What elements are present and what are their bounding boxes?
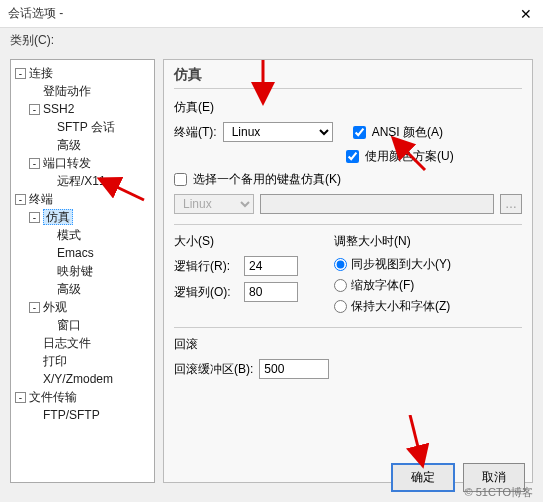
ansi-color-label: ANSI 颜色(A) xyxy=(372,124,443,141)
resize-keep-radio[interactable] xyxy=(334,300,347,313)
tree-portfwd[interactable]: 端口转发 xyxy=(43,156,91,170)
cols-label: 逻辑列(O): xyxy=(174,284,238,301)
tree-appearance[interactable]: 外观 xyxy=(43,300,67,314)
resize-sync-radio[interactable] xyxy=(334,258,347,271)
tree-toggle[interactable]: - xyxy=(15,68,26,79)
scrollback-input[interactable] xyxy=(259,359,329,379)
tree-toggle[interactable]: - xyxy=(15,194,26,205)
rows-input[interactable] xyxy=(244,256,298,276)
category-tree[interactable]: -连接 登陆动作 -SSH2 SFTP 会话 高级 -端口转发 远程/X11 -… xyxy=(10,59,155,483)
backup-kb-label: 选择一个备用的键盘仿真(K) xyxy=(193,171,341,188)
main-panel: 仿真 仿真(E) 终端(T): Linux ANSI 颜色(A) 使用颜色方案(… xyxy=(163,59,533,483)
terminal-label: 终端(T): xyxy=(174,124,217,141)
scrollback-label: 回滚缓冲区(B): xyxy=(174,361,253,378)
cols-input[interactable] xyxy=(244,282,298,302)
resize-opt2: 缩放字体(F) xyxy=(351,277,414,294)
tree-toggle[interactable]: - xyxy=(29,302,40,313)
use-scheme-label: 使用颜色方案(U) xyxy=(365,148,454,165)
category-label: 类别(C): xyxy=(0,28,543,51)
tree-adv1[interactable]: 高级 xyxy=(57,138,81,152)
terminal-select[interactable]: Linux xyxy=(223,122,333,142)
size-label: 大小(S) xyxy=(174,233,324,250)
tree-emacs[interactable]: Emacs xyxy=(57,246,94,260)
rows-label: 逻辑行(R): xyxy=(174,258,238,275)
resize-label: 调整大小时(N) xyxy=(334,233,522,250)
tree-remote[interactable]: 远程/X11 xyxy=(57,174,106,188)
tree-ftp[interactable]: FTP/SFTP xyxy=(43,408,100,422)
tree-emulation[interactable]: 仿真 xyxy=(43,209,73,225)
tree-toggle[interactable]: - xyxy=(29,104,40,115)
window-title: 会话选项 - xyxy=(8,5,517,22)
ansi-color-checkbox[interactable] xyxy=(353,126,366,139)
tree-xyz[interactable]: X/Y/Zmodem xyxy=(43,372,113,386)
backup-kb-checkbox[interactable] xyxy=(174,173,187,186)
use-scheme-checkbox[interactable] xyxy=(346,150,359,163)
tree-sftp[interactable]: SFTP 会话 xyxy=(57,120,115,134)
scrollback-group: 回滚 xyxy=(174,336,522,353)
titlebar: 会话选项 - ✕ xyxy=(0,0,543,28)
tree-toggle[interactable]: - xyxy=(15,392,26,403)
tree-login[interactable]: 登陆动作 xyxy=(43,84,91,98)
watermark: © 51CTO博客 xyxy=(465,485,533,500)
ok-button[interactable]: 确定 xyxy=(391,463,455,492)
tree-ssh2[interactable]: SSH2 xyxy=(43,102,74,116)
backup-kb-path xyxy=(260,194,494,214)
tree-adv2[interactable]: 高级 xyxy=(57,282,81,296)
browse-button: … xyxy=(500,194,522,214)
resize-opt3: 保持大小和字体(Z) xyxy=(351,298,450,315)
tree-connect[interactable]: 连接 xyxy=(29,66,53,80)
tree-logfile[interactable]: 日志文件 xyxy=(43,336,91,350)
tree-toggle[interactable]: - xyxy=(29,158,40,169)
emulation-group-label: 仿真(E) xyxy=(174,99,522,116)
backup-kb-select: Linux xyxy=(174,194,254,214)
tree-terminal[interactable]: 终端 xyxy=(29,192,53,206)
tree-mapkey[interactable]: 映射键 xyxy=(57,264,93,278)
resize-opt1: 同步视图到大小(Y) xyxy=(351,256,451,273)
tree-toggle[interactable]: - xyxy=(29,212,40,223)
close-icon[interactable]: ✕ xyxy=(517,5,535,23)
tree-print[interactable]: 打印 xyxy=(43,354,67,368)
resize-font-radio[interactable] xyxy=(334,279,347,292)
tree-window[interactable]: 窗口 xyxy=(57,318,81,332)
panel-title: 仿真 xyxy=(174,66,522,89)
tree-filetrans[interactable]: 文件传输 xyxy=(29,390,77,404)
tree-mode[interactable]: 模式 xyxy=(57,228,81,242)
